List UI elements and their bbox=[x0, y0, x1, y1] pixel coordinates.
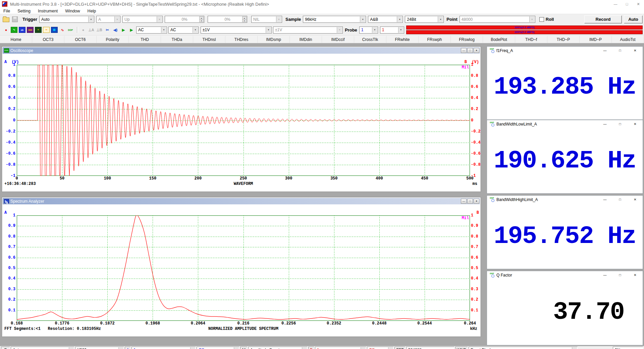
progress-box[interactable]: 0% bbox=[613, 347, 643, 349]
spin-down-icon[interactable]: ▼ bbox=[242, 19, 247, 22]
a-scale-dropdown[interactable]: 1▼ bbox=[131, 347, 196, 349]
trigger-hpf-dropdown[interactable]: NIL▼ bbox=[251, 16, 282, 23]
app-maximize-button[interactable]: □ bbox=[621, 0, 633, 8]
roll-checkbox[interactable] bbox=[539, 17, 544, 22]
dropdown-arrow-icon[interactable]: ▼ bbox=[397, 16, 402, 22]
menu-item-setting[interactable]: Setting bbox=[17, 9, 31, 13]
dropdown-arrow-icon[interactable]: ▼ bbox=[193, 27, 198, 33]
trigger-source-dropdown[interactable]: A▼ bbox=[96, 16, 120, 23]
menu-item-file[interactable]: File bbox=[3, 9, 10, 13]
tab-thdres[interactable]: THDres bbox=[225, 36, 258, 43]
tab-imdccif[interactable]: IMDccif bbox=[322, 36, 354, 43]
menu-item-help[interactable]: Help bbox=[88, 9, 96, 13]
sampling-bits-dropdown[interactable]: 24Bit▼ bbox=[405, 16, 444, 23]
dropdown-arrow-icon[interactable]: ▼ bbox=[88, 16, 94, 22]
dropdown-arrow-icon[interactable]: ▼ bbox=[69, 347, 74, 349]
dropdown-arrow-icon[interactable]: ▼ bbox=[118, 347, 123, 349]
ddp-titlebar[interactable]: DDPBandWidthHighLimit_A—□✕ bbox=[487, 196, 643, 203]
spectrum-plot[interactable]: Mil bbox=[17, 215, 470, 321]
open-file-icon[interactable] bbox=[3, 17, 9, 22]
dropdown-arrow-icon[interactable]: ▼ bbox=[360, 16, 365, 22]
ground-a-icon[interactable]: ⊥A bbox=[88, 27, 95, 33]
close-button[interactable]: ✕ bbox=[628, 271, 643, 279]
dropdown-arrow-icon[interactable]: ▼ bbox=[161, 27, 166, 33]
dropdown-arrow-icon[interactable]: ▼ bbox=[438, 16, 443, 22]
dropdown-arrow-icon[interactable]: ▼ bbox=[398, 27, 404, 33]
trigger-delay-stepper[interactable]: 0%▲▼ bbox=[208, 16, 247, 23]
minimize-button[interactable]: — bbox=[597, 196, 612, 203]
maximize-button[interactable]: □ bbox=[612, 120, 628, 128]
spectrum-analyzer-icon[interactable]: ıılı bbox=[19, 27, 25, 33]
close-button[interactable]: ✕ bbox=[628, 196, 643, 203]
tab-polarity[interactable]: Polarity bbox=[97, 36, 129, 43]
app-minimize-button[interactable]: — bbox=[610, 0, 621, 8]
tab-crosstlk[interactable]: CrossTlk bbox=[354, 36, 386, 43]
tab-thdnsl[interactable]: THDnsl bbox=[193, 36, 225, 43]
ddp-titlebar[interactable]: DDPf1Freq_A—□✕ bbox=[487, 47, 643, 54]
probe-a-dropdown[interactable]: 1▼ bbox=[359, 27, 378, 34]
sampling-rate-dropdown[interactable]: 96kHz▼ bbox=[303, 16, 366, 23]
trigger-edge-dropdown[interactable]: Up▼ bbox=[122, 16, 163, 23]
tab-oct3[interactable]: OCT3 bbox=[32, 36, 64, 43]
dropdown-arrow-icon[interactable]: ▼ bbox=[276, 16, 281, 22]
spectrum-mode-dropdown[interactable]: Amplitude Spectrum▼ bbox=[248, 347, 308, 349]
menu-item-instrument[interactable]: Instrument bbox=[38, 9, 58, 13]
xy-plotter-icon[interactable]: ∞ bbox=[43, 27, 50, 33]
fft-size-box[interactable]: 524288 bbox=[406, 347, 454, 349]
dropdown-arrow-icon[interactable]: ▼ bbox=[337, 27, 342, 33]
x-zoom-dropdown[interactable]: X500▼ bbox=[75, 347, 124, 349]
record-length-dropdown[interactable]: 48000▼ bbox=[460, 16, 535, 23]
spectrum-analyzer-titlebar[interactable]: Spectrum Analyzer —□✕ bbox=[3, 198, 480, 204]
ddp-viewer-icon[interactable]: DDP bbox=[67, 27, 74, 33]
ddp-titlebar[interactable]: DDPQ Factor—□✕ bbox=[487, 271, 643, 279]
oscilloscope-icon[interactable]: ∿ bbox=[11, 27, 17, 33]
record-button[interactable]: Record bbox=[584, 15, 622, 23]
auto-button[interactable]: Auto bbox=[624, 15, 643, 23]
tab-audiotst[interactable]: AudioTst bbox=[612, 36, 644, 43]
coupling-a-dropdown[interactable]: AC▼ bbox=[136, 27, 167, 34]
tab-imd-p[interactable]: IMD~P bbox=[580, 36, 612, 43]
close-button[interactable]: ✕ bbox=[628, 47, 643, 54]
tab-frwhite[interactable]: FRwhite bbox=[386, 36, 419, 43]
dropdown-arrow-icon[interactable]: ▼ bbox=[388, 347, 393, 349]
close-button[interactable]: ✕ bbox=[474, 199, 479, 204]
oscilloscope-plot[interactable]: Mil bbox=[17, 65, 470, 176]
minimize-button[interactable]: — bbox=[461, 48, 467, 53]
tab-bodeplot[interactable]: BodePlot bbox=[483, 36, 515, 43]
range-b-dropdown[interactable]: ±1V▼ bbox=[273, 27, 343, 34]
maximize-button[interactable]: □ bbox=[612, 47, 628, 54]
tab-imdsmp[interactable]: IMDsmp bbox=[258, 36, 290, 43]
dropdown-arrow-icon[interactable]: ▼ bbox=[529, 16, 535, 22]
speaker-icon[interactable]: ◀) bbox=[112, 27, 119, 33]
range-a-dropdown[interactable]: ±1V▼ bbox=[201, 27, 272, 34]
dropdown-arrow-icon[interactable]: ▼ bbox=[114, 16, 120, 22]
window-function-dropdown[interactable]: Exact Blackman▼ bbox=[469, 347, 578, 349]
minimize-button[interactable]: — bbox=[461, 199, 467, 204]
play-loop-icon[interactable]: ▶ bbox=[128, 27, 135, 33]
menu-item-window[interactable]: Window bbox=[65, 9, 80, 13]
app-close-button[interactable]: ✕ bbox=[633, 0, 644, 8]
tab-imddin[interactable]: IMDdin bbox=[290, 36, 322, 43]
play-icon[interactable]: ▶ bbox=[120, 27, 127, 33]
spectrogram-icon[interactable]: ▤ bbox=[51, 27, 58, 33]
tab-thd-f[interactable]: THD~f bbox=[515, 36, 547, 43]
ground-b-icon[interactable]: ⊥B bbox=[96, 27, 103, 33]
dropdown-arrow-icon[interactable]: ▼ bbox=[372, 27, 377, 33]
maximize-button[interactable]: □ bbox=[467, 199, 473, 204]
tab-frswph[interactable]: FRswph bbox=[419, 36, 451, 43]
trigger-mode-dropdown[interactable]: Auto▼ bbox=[39, 16, 94, 23]
dropdown-arrow-icon[interactable]: ▼ bbox=[361, 347, 366, 349]
freq-axis-mode-dropdown[interactable]: Auto▼ bbox=[11, 347, 74, 349]
tab-frswlog[interactable]: FRswlog bbox=[451, 36, 483, 43]
dropdown-arrow-icon[interactable]: ▼ bbox=[302, 347, 307, 349]
trigger-level-stepper[interactable]: 0%▲▼ bbox=[165, 16, 204, 23]
dropdown-arrow-icon[interactable]: ▼ bbox=[572, 347, 577, 349]
minimize-button[interactable]: — bbox=[597, 271, 612, 279]
tab-thd-p[interactable]: THD~P bbox=[547, 36, 580, 43]
pause-icon[interactable]: ● bbox=[80, 27, 87, 33]
dropdown-arrow-icon[interactable]: ▼ bbox=[190, 347, 195, 349]
multimeter-icon[interactable]: 000 bbox=[27, 27, 34, 33]
probe-b-dropdown[interactable]: 1▼ bbox=[380, 27, 404, 34]
tab-home[interactable]: Home bbox=[0, 36, 32, 43]
minimize-button[interactable]: — bbox=[597, 47, 612, 54]
